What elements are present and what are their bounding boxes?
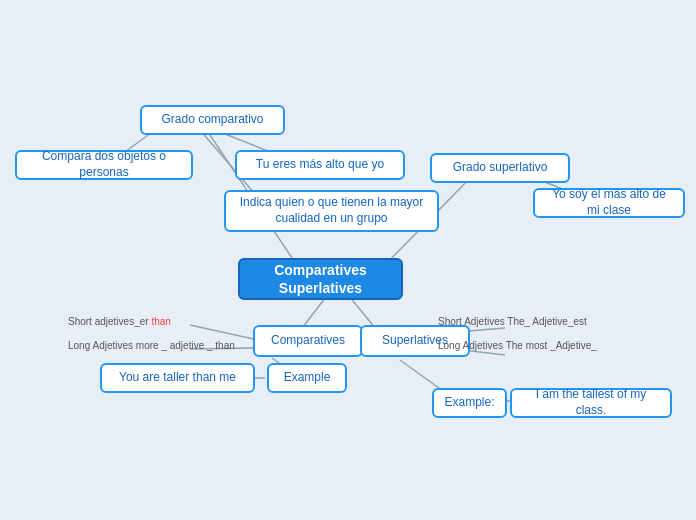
example-left-node: Example xyxy=(267,363,347,393)
indica-quien-node: Indica quien o que tienen la mayor cuali… xyxy=(224,190,439,232)
short-adj-er-label: Short adjetives_er than xyxy=(68,316,171,327)
compara-dos-node: Compara dos objetos o personas xyxy=(15,150,193,180)
example-right-node: Example: xyxy=(432,388,507,418)
svg-line-8 xyxy=(190,325,258,340)
grado-superlativo-node: Grado superlativo xyxy=(430,153,570,183)
main-title-node: Comparatives Superlatives xyxy=(238,258,403,300)
comparatives-node: Comparatives xyxy=(253,325,363,357)
short-adj-the-label: Short Adjetives The_ Adjetive_est xyxy=(438,316,587,327)
long-adj-more-label: Long Adjetives more _ adjetive _ than xyxy=(68,340,235,351)
you-are-node: You are taller than me xyxy=(100,363,255,393)
i-am-node: I am the tallest of my class. xyxy=(510,388,672,418)
long-adj-most-label: Long Adjetives The most _Adjetive_ xyxy=(438,340,597,351)
grado-comparativo-node: Grado comparativo xyxy=(140,105,285,135)
yo-soy-node: Yo soy el más alto de mi clase xyxy=(533,188,685,218)
tu-eres-node: Tu eres más alto que yo xyxy=(235,150,405,180)
